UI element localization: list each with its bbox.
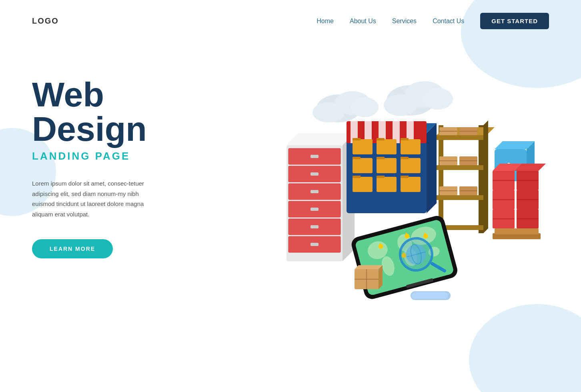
svg-rect-16 bbox=[311, 190, 319, 193]
nav-home[interactable]: Home bbox=[317, 18, 334, 25]
svg-rect-38 bbox=[401, 138, 409, 140]
svg-rect-50 bbox=[401, 176, 409, 178]
svg-point-7 bbox=[384, 94, 417, 116]
svg-rect-43 bbox=[377, 157, 385, 159]
nav-links: Home About Us Services Contact Us GET ST… bbox=[317, 13, 549, 29]
nav-services[interactable]: Services bbox=[392, 18, 417, 25]
svg-point-6 bbox=[423, 88, 453, 110]
svg-rect-45 bbox=[353, 177, 373, 192]
hero-title: Web Design bbox=[32, 77, 184, 146]
learn-more-button[interactable]: LEARN MORE bbox=[32, 239, 113, 258]
svg-marker-70 bbox=[483, 120, 488, 233]
svg-point-3 bbox=[313, 102, 345, 122]
stacked-boxes bbox=[493, 164, 546, 239]
svg-rect-20 bbox=[311, 225, 319, 228]
svg-rect-39 bbox=[353, 158, 373, 173]
svg-rect-42 bbox=[353, 157, 361, 159]
svg-rect-52 bbox=[479, 125, 483, 233]
navbar: LOGO Home About Us Services Contact Us G… bbox=[0, 0, 581, 29]
warehouse-shelf bbox=[437, 120, 495, 233]
hero-illustration: ∿ bbox=[208, 53, 549, 333]
svg-rect-35 bbox=[401, 139, 421, 154]
usb-connector bbox=[411, 291, 451, 300]
svg-rect-41 bbox=[401, 158, 421, 173]
logo: LOGO bbox=[32, 16, 59, 26]
cloud-right bbox=[384, 81, 453, 116]
nav-about[interactable]: About Us bbox=[350, 18, 376, 25]
svg-marker-25 bbox=[427, 123, 437, 213]
svg-rect-40 bbox=[377, 158, 397, 173]
svg-point-2 bbox=[351, 97, 379, 117]
store-display bbox=[347, 121, 437, 213]
filing-cabinet bbox=[286, 133, 355, 261]
svg-rect-37 bbox=[377, 138, 385, 140]
svg-rect-14 bbox=[311, 172, 319, 176]
svg-rect-18 bbox=[311, 208, 319, 211]
svg-rect-12 bbox=[311, 155, 319, 158]
hero-text: Web Design LANDING PAGE Lorem ipsum dolo… bbox=[32, 53, 184, 258]
nav-contact[interactable]: Contact Us bbox=[433, 18, 464, 25]
svg-rect-47 bbox=[401, 177, 421, 192]
svg-rect-54 bbox=[437, 165, 487, 170]
svg-rect-46 bbox=[377, 177, 397, 192]
small-box-1 bbox=[355, 265, 383, 289]
svg-rect-55 bbox=[437, 195, 487, 200]
svg-rect-76 bbox=[495, 228, 539, 234]
svg-rect-53 bbox=[437, 135, 487, 140]
hero-description: Lorem ipsum dolor sit amet, consec-tetue… bbox=[32, 178, 160, 219]
svg-rect-49 bbox=[377, 176, 385, 178]
cloud-left bbox=[313, 91, 379, 122]
svg-rect-44 bbox=[401, 157, 409, 159]
svg-marker-117 bbox=[379, 265, 383, 289]
svg-marker-116 bbox=[355, 265, 383, 269]
hero-section: Web Design LANDING PAGE Lorem ipsum dolo… bbox=[0, 29, 581, 381]
hero-subtitle: LANDING PAGE bbox=[32, 150, 184, 162]
svg-rect-36 bbox=[353, 138, 361, 140]
svg-rect-22 bbox=[311, 243, 319, 246]
svg-rect-48 bbox=[353, 176, 361, 178]
svg-rect-33 bbox=[353, 139, 373, 154]
illustration-svg: ∿ bbox=[208, 53, 549, 333]
get-started-button[interactable]: GET STARTED bbox=[480, 13, 549, 29]
svg-rect-121 bbox=[412, 292, 448, 299]
svg-rect-34 bbox=[377, 139, 397, 154]
